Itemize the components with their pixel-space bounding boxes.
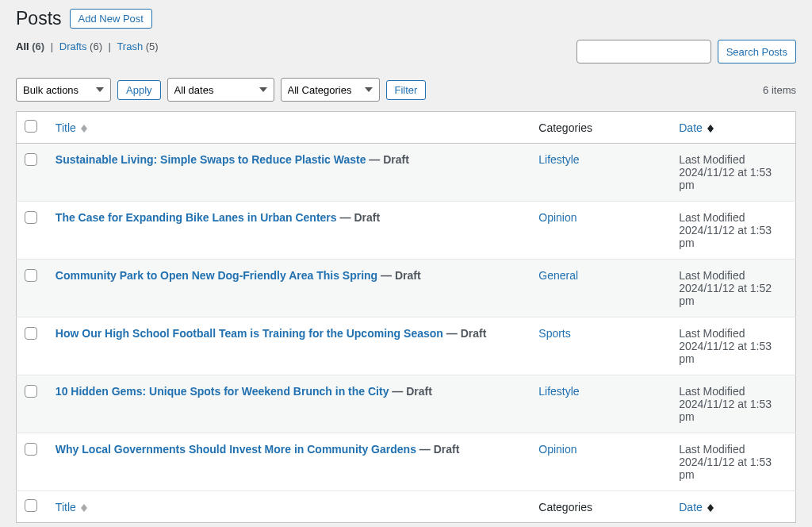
category-link[interactable]: Opinion <box>538 211 576 224</box>
category-link[interactable]: Sports <box>538 327 570 340</box>
filter-all-count: (6) <box>32 40 44 52</box>
filter-button[interactable]: Filter <box>386 80 427 100</box>
post-title-link[interactable]: Why Local Governments Should Invest More… <box>56 443 416 456</box>
separator: | <box>48 40 56 52</box>
post-title-link[interactable]: The Case for Expanding Bike Lanes in Urb… <box>56 211 337 224</box>
filter-drafts[interactable]: Drafts (6) <box>59 40 105 52</box>
column-title-sort[interactable]: Title <box>56 121 87 134</box>
table-row: Why Local Governments Should Invest More… <box>17 433 796 491</box>
column-categories: Categories <box>530 112 671 144</box>
category-link[interactable]: Lifestyle <box>538 153 579 166</box>
post-title-link[interactable]: Sustainable Living: Simple Swaps to Redu… <box>56 153 366 166</box>
dates-filter-select[interactable]: All dates <box>167 78 274 102</box>
column-date-label: Date <box>679 121 703 134</box>
filter-trash[interactable]: Trash (5) <box>117 40 158 52</box>
column-date-sort[interactable]: Date <box>679 121 713 134</box>
sort-icon <box>707 504 714 512</box>
column-title-sort-footer[interactable]: Title <box>56 501 87 514</box>
categories-filter-select[interactable]: All Categories <box>281 78 380 102</box>
filter-drafts-label: Drafts <box>59 40 87 52</box>
select-all-checkbox[interactable] <box>25 120 37 133</box>
category-link[interactable]: Opinion <box>538 443 576 456</box>
sort-icon <box>81 125 87 133</box>
date-cell: Last Modified 2024/11/12 at 1:53 pm <box>671 433 795 491</box>
table-row: 10 Hidden Gems: Unique Spots for Weekend… <box>17 375 796 433</box>
post-title-link[interactable]: Community Park to Open New Dog-Friendly … <box>56 269 377 282</box>
select-all-checkbox-footer[interactable] <box>25 499 37 512</box>
post-state: — Draft <box>419 443 460 456</box>
category-link[interactable]: General <box>538 269 578 282</box>
sort-icon <box>707 125 714 133</box>
items-count: 6 items <box>763 84 796 96</box>
row-checkbox[interactable] <box>25 153 37 166</box>
post-title-link[interactable]: How Our High School Football Team is Tra… <box>56 327 443 340</box>
column-date-sort-footer[interactable]: Date <box>679 501 713 514</box>
table-row: How Our High School Football Team is Tra… <box>17 317 796 375</box>
column-categories-footer: Categories <box>530 491 671 523</box>
filter-all[interactable]: All (6) <box>16 40 48 52</box>
sort-icon <box>81 504 87 512</box>
category-link[interactable]: Lifestyle <box>538 385 579 398</box>
date-cell: Last Modified 2024/11/12 at 1:52 pm <box>671 260 795 317</box>
post-state: — Draft <box>340 211 381 224</box>
date-cell: Last Modified 2024/11/12 at 1:53 pm <box>671 144 795 202</box>
apply-button[interactable]: Apply <box>117 80 161 100</box>
post-state: — Draft <box>369 153 409 166</box>
row-checkbox[interactable] <box>25 443 37 456</box>
date-cell: Last Modified 2024/11/12 at 1:53 pm <box>671 202 795 260</box>
page-title: Posts <box>16 8 62 29</box>
post-title-link[interactable]: 10 Hidden Gems: Unique Spots for Weekend… <box>56 385 389 398</box>
column-date-label: Date <box>679 501 703 514</box>
date-cell: Last Modified 2024/11/12 at 1:53 pm <box>671 375 795 433</box>
row-checkbox[interactable] <box>25 327 37 340</box>
table-row: Sustainable Living: Simple Swaps to Redu… <box>17 144 796 202</box>
search-input[interactable] <box>576 40 711 63</box>
posts-table: Title Categories Date <box>16 111 796 523</box>
date-cell: Last Modified 2024/11/12 at 1:53 pm <box>671 317 795 375</box>
search-posts-button[interactable]: Search Posts <box>718 40 796 63</box>
post-state: — Draft <box>381 269 421 282</box>
row-checkbox[interactable] <box>25 385 37 398</box>
filter-all-label: All <box>16 40 29 52</box>
filter-drafts-count: (6) <box>90 40 102 52</box>
filter-trash-label: Trash <box>117 40 143 52</box>
table-row: Community Park to Open New Dog-Friendly … <box>17 260 796 317</box>
post-state: — Draft <box>392 385 432 398</box>
post-state: — Draft <box>446 327 487 340</box>
table-row: The Case for Expanding Bike Lanes in Urb… <box>17 202 796 260</box>
column-title-label: Title <box>56 121 76 134</box>
column-title-label: Title <box>56 501 76 514</box>
row-checkbox[interactable] <box>25 211 37 224</box>
row-checkbox[interactable] <box>25 269 37 282</box>
separator: | <box>105 40 114 52</box>
bulk-actions-select[interactable]: Bulk actions <box>16 78 111 102</box>
filter-trash-count: (5) <box>146 40 159 52</box>
add-new-post-button[interactable]: Add New Post <box>70 9 152 29</box>
